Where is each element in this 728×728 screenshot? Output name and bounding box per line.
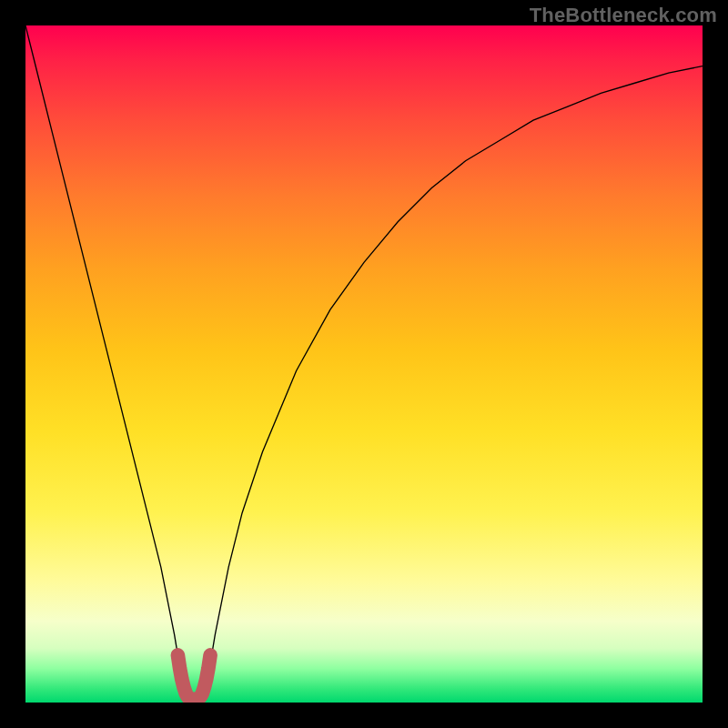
bottleneck-plot [25,25,703,703]
watermark-text: TheBottleneck.com [530,4,717,27]
chart-frame: TheBottleneck.com [0,0,728,728]
bottleneck-curve [25,25,703,703]
optimal-zone-marker [177,655,210,699]
